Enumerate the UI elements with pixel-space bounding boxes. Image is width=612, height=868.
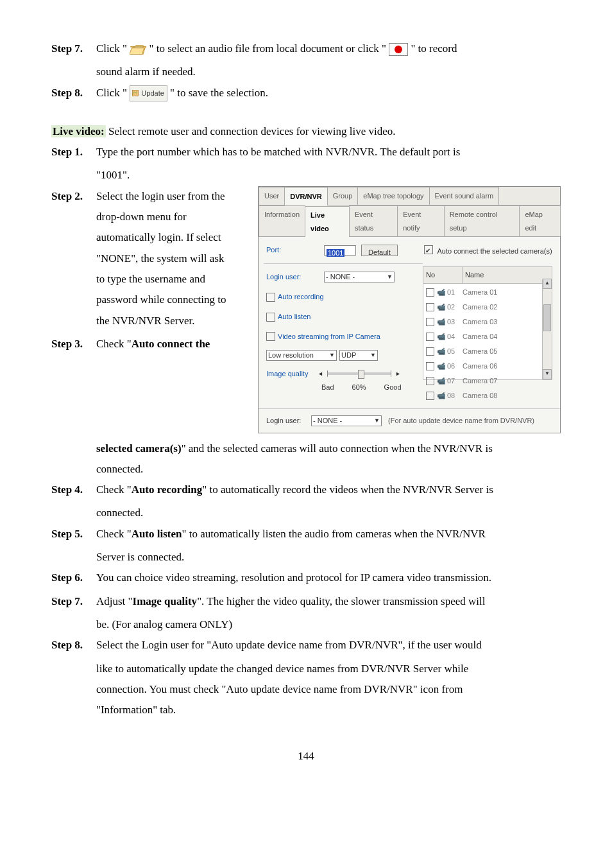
camera-list: No Name 📹01Camera 01📹02Camera 02📹03Camer… (423, 266, 552, 379)
text-line: "NONE", the system will ask (96, 248, 250, 269)
camera-id: 06 (447, 360, 463, 373)
step-body: Click " " to select an audio file from l… (96, 39, 561, 59)
step-7: Step 7. Adjust "Image quality". The high… (51, 591, 561, 612)
outer-tab[interactable]: Event sound alarm (429, 187, 500, 205)
outer-tab[interactable]: User (259, 187, 285, 205)
checkbox-icon[interactable] (426, 303, 434, 311)
camera-row[interactable]: 📹06Camera 06 (423, 359, 552, 374)
checkbox-icon[interactable] (426, 288, 434, 297)
quality-slider[interactable]: ◄ ► (318, 369, 401, 379)
outer-tab[interactable]: Group (327, 187, 359, 205)
auto-listen-row[interactable]: Auto listen (266, 310, 420, 324)
camera-row[interactable]: 📹03Camera 03 (423, 315, 552, 329)
checkbox-icon[interactable] (426, 347, 434, 356)
checkbox-icon[interactable] (266, 332, 275, 341)
step-body: Check "Auto connect the (96, 334, 250, 354)
step-3-cont2: connected. (96, 459, 561, 480)
step-5-cont: Server is connected. (96, 547, 561, 568)
footer-login-row: Login user: - NONE - ▼ (For auto update … (259, 408, 560, 433)
checkbox-icon[interactable] (266, 313, 275, 322)
step-7-cont: be. (For analog camera ONLY) (96, 614, 561, 635)
chevron-down-icon: ▼ (329, 350, 335, 361)
scroll-down-icon[interactable]: ▼ (543, 369, 552, 379)
text: Check " (96, 483, 132, 496)
outer-tabs: UserDVR/NVRGroupeMap tree topologyEvent … (259, 187, 560, 205)
camera-icon: 📹 (437, 389, 446, 403)
text: " and the selected cameras will auto con… (182, 442, 493, 455)
slider-cap-good: Good (384, 381, 402, 394)
text: Check " (96, 528, 132, 540)
auto-recording-row[interactable]: Auto recording (266, 290, 420, 304)
resolution-row: Low resolution ▼ UDP ▼ (266, 350, 420, 361)
scroll-up-icon[interactable]: ▲ (543, 279, 552, 289)
step-3-cont: selected camera(s)" and the selected cam… (96, 438, 561, 459)
checkbox-icon[interactable] (426, 377, 434, 385)
slider-handle-icon[interactable] (358, 370, 364, 379)
folder-open-icon (130, 43, 146, 56)
col-name: Name (463, 267, 486, 283)
login-dropdown[interactable]: - NONE - ▼ (324, 272, 395, 282)
step-label: Step 8. (51, 635, 96, 655)
checkbox-icon[interactable] (266, 293, 275, 302)
step-body: Check "Auto listen" to automatically lis… (96, 524, 561, 544)
camera-row[interactable]: 📹05Camera 05 (423, 344, 552, 359)
col-no: No (423, 267, 463, 283)
checkbox-icon[interactable] (426, 362, 434, 370)
camera-name: Camera 04 (463, 330, 497, 343)
outer-tab[interactable]: DVR/NVR (284, 187, 328, 205)
camera-row[interactable]: 📹02Camera 02 (423, 300, 552, 315)
auto-connect-row[interactable]: Auto connect the selected camera(s) (424, 245, 552, 258)
bold-text: Auto recording (132, 483, 203, 496)
checkbox-icon[interactable] (426, 318, 434, 326)
footer-login-dropdown[interactable]: - NONE - ▼ (311, 415, 382, 426)
checkbox-icon[interactable] (426, 392, 434, 400)
inner-tab[interactable]: Remote control setup (444, 205, 520, 237)
chevron-down-icon: ▼ (370, 350, 376, 361)
step-label: Step 5. (51, 524, 96, 544)
camera-row[interactable]: 📹08Camera 08 (423, 388, 552, 403)
bold-text: selected camera(s) (96, 442, 182, 455)
scroll-thumb[interactable] (543, 304, 551, 331)
default-button[interactable]: Default (361, 245, 398, 256)
port-label: Port: (266, 243, 324, 257)
step-8-l2: like to automatically update the changed… (96, 659, 561, 679)
protocol-dropdown[interactable]: UDP ▼ (339, 350, 378, 361)
inner-tab[interactable]: eMap edit (519, 205, 561, 237)
slider-cap-mid: 60% (352, 381, 366, 394)
text: Click " (96, 42, 130, 55)
camera-row[interactable]: 📹01Camera 01 (423, 285, 552, 300)
inner-tab[interactable]: Information (259, 205, 305, 237)
step-body: Select the Login user for "Auto update d… (96, 635, 561, 655)
inner-tab[interactable]: Event status (349, 205, 398, 237)
step-8-l3: connection. You must check "Auto update … (96, 679, 561, 700)
section-desc: Select remote user and connection device… (108, 125, 396, 137)
port-value: 1001 (327, 249, 344, 257)
camera-name: Camera 08 (463, 389, 497, 403)
checkbox-icon[interactable] (426, 333, 434, 341)
camera-row[interactable]: 📹07Camera 07 (423, 374, 552, 388)
login-row: Login user: - NONE - ▼ (266, 270, 420, 284)
step-body: You can choice video streaming, resoluti… (96, 568, 561, 588)
text: Click " (96, 87, 130, 99)
video-stream-row[interactable]: Video streaming from IP Camera (266, 330, 420, 343)
camera-icon: 📹 (437, 330, 446, 343)
login-label: Login user: (266, 270, 324, 284)
text: Check " (96, 338, 132, 350)
step-label: Step 8. (51, 83, 96, 103)
camera-row[interactable]: 📹04Camera 04 (423, 329, 552, 344)
port-input[interactable]: 1001 (324, 245, 356, 256)
camera-id: 08 (447, 389, 463, 403)
pre-step-7-cont: sound alarm if needed. (96, 62, 561, 82)
checkbox-checked-icon[interactable] (424, 245, 433, 254)
step-4: Step 4. Check "Auto recording" to automa… (51, 480, 561, 500)
inner-tab[interactable]: Event notify (397, 205, 444, 237)
resolution-dropdown[interactable]: Low resolution ▼ (266, 350, 337, 361)
auto-connect-label: Auto connect the selected camera(s) (437, 247, 552, 255)
protocol-value: UDP (341, 349, 356, 362)
camera-name: Camera 05 (463, 345, 497, 358)
inner-tab[interactable]: Live video (305, 206, 350, 238)
camera-icon: 📹 (437, 360, 446, 373)
scrollbar[interactable]: ▲ ▼ (542, 279, 552, 379)
step-6: Step 6. You can choice video streaming, … (51, 568, 561, 588)
outer-tab[interactable]: eMap tree topology (357, 187, 429, 205)
